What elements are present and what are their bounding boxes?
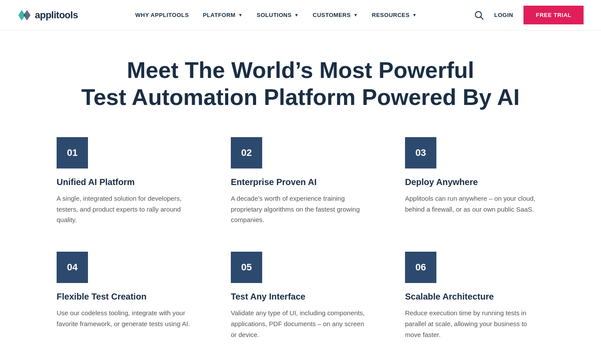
hero-title: Meet The World’s Most Powerful Test Auto… [57, 57, 544, 111]
feature-number-box-2: 02 [231, 137, 262, 169]
feature-desc-5: Validate any type of UI, including compo… [231, 308, 370, 340]
feature-item-1: 01 Unified AI Platform A single, integra… [57, 137, 196, 226]
feature-item-2: 02 Enterprise Proven AI A decade’s worth… [231, 137, 370, 226]
logo-icon [17, 8, 31, 22]
feature-title-1: Unified AI Platform [57, 177, 196, 187]
feature-number-box-3: 03 [405, 137, 436, 169]
hero-title-line2: Test Automation Platform Powered By AI [81, 84, 520, 110]
navbar: applitools WHY APPLITOOLS PLATFORM ▼ SOL… [0, 0, 601, 30]
feature-title-5: Test Any Interface [231, 292, 370, 302]
feature-number-box-6: 06 [405, 252, 436, 283]
feature-title-2: Enterprise Proven AI [231, 177, 370, 187]
logo-link[interactable]: applitools [17, 8, 78, 22]
nav-item-solutions: SOLUTIONS ▼ [257, 12, 299, 18]
svg-line-3 [480, 17, 483, 19]
feature-item-6: 06 Scalable Architecture Reduce executio… [405, 252, 544, 340]
nav-link-why[interactable]: WHY APPLITOOLS [135, 12, 189, 18]
feature-number-4: 04 [67, 262, 78, 273]
feature-item-3: 03 Deploy Anywhere Applitools can run an… [405, 137, 544, 226]
feature-number-box-4: 04 [57, 252, 88, 283]
chevron-down-icon: ▼ [294, 13, 299, 17]
feature-desc-4: Use our codeless tooling, integrate with… [57, 308, 196, 330]
feature-number-2: 02 [241, 147, 252, 158]
feature-desc-2: A decade’s worth of experience training … [231, 193, 370, 226]
nav-link-platform[interactable]: PLATFORM ▼ [203, 12, 243, 18]
feature-desc-6: Reduce execution time by running tests i… [405, 308, 544, 340]
feature-title-3: Deploy Anywhere [405, 177, 544, 187]
features-grid: 01 Unified AI Platform A single, integra… [57, 137, 544, 340]
feature-desc-3: Applitools can run anywhere – on your cl… [405, 193, 544, 215]
search-icon [474, 10, 484, 20]
nav-link-customers[interactable]: CUSTOMERS ▼ [313, 12, 358, 18]
chevron-down-icon: ▼ [412, 13, 417, 17]
feature-number-3: 03 [415, 147, 426, 158]
search-button[interactable] [474, 10, 484, 20]
feature-title-6: Scalable Architecture [405, 292, 544, 302]
free-trial-button[interactable]: FREE TRIAL [523, 6, 584, 24]
feature-number-6: 06 [415, 262, 426, 273]
chevron-down-icon: ▼ [238, 13, 243, 17]
feature-number-5: 05 [241, 262, 252, 273]
hero-title-line1: Meet The World’s Most Powerful [127, 57, 474, 83]
feature-number-box-5: 05 [231, 252, 262, 283]
feature-title-4: Flexible Test Creation [57, 292, 196, 302]
svg-marker-1 [24, 10, 30, 20]
feature-item-4: 04 Flexible Test Creation Use our codele… [57, 252, 196, 340]
feature-item-5: 05 Test Any Interface Validate any type … [231, 252, 370, 340]
nav-item-customers: CUSTOMERS ▼ [313, 12, 358, 18]
nav-right: LOGIN FREE TRIAL [474, 6, 584, 24]
nav-item-resources: RESOURCES ▼ [372, 12, 417, 18]
nav-link-resources[interactable]: RESOURCES ▼ [372, 12, 417, 18]
nav-link-solutions[interactable]: SOLUTIONS ▼ [257, 12, 299, 18]
feature-desc-1: A single, integrated solution for develo… [57, 193, 196, 226]
logo-text: applitools [35, 10, 78, 21]
feature-number-box-1: 01 [57, 137, 88, 169]
nav-item-platform: PLATFORM ▼ [203, 12, 243, 18]
nav-item-why: WHY APPLITOOLS [135, 12, 189, 18]
feature-number-1: 01 [67, 147, 78, 158]
login-link[interactable]: LOGIN [494, 12, 513, 18]
nav-links: WHY APPLITOOLS PLATFORM ▼ SOLUTIONS ▼ CU… [135, 12, 417, 18]
chevron-down-icon: ▼ [353, 13, 358, 17]
main-content: Meet The World’s Most Powerful Test Auto… [39, 30, 562, 364]
